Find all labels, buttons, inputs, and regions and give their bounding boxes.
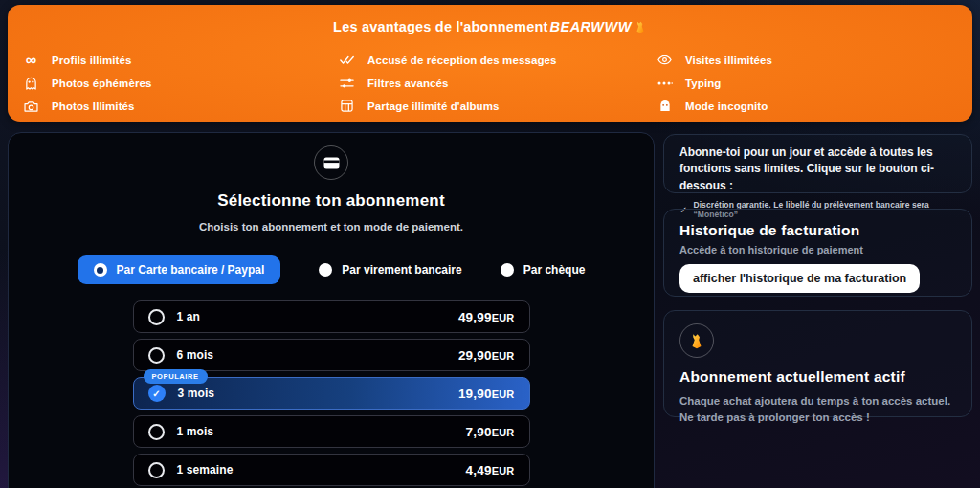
plan-option-6-mois[interactable]: 6 mois 29,90EUR bbox=[133, 339, 530, 371]
benefit-label: Photos éphémères bbox=[52, 78, 152, 89]
typing-dots-icon bbox=[657, 80, 673, 86]
benefit-label: Mode incognito bbox=[685, 100, 768, 112]
benefit-typing: Typing bbox=[657, 76, 957, 90]
benefit-photos-ephemeres: Photos éphémères bbox=[23, 76, 339, 90]
plan-option-3-mois[interactable]: POPULAIRE ✓ 3 mois 19,90EUR bbox=[133, 377, 530, 410]
subscription-panel: Sélectionne ton abonnement Choisis ton a… bbox=[8, 132, 655, 488]
popular-badge: POPULAIRE bbox=[144, 369, 208, 384]
benefit-profils: ∞ Profils illimités bbox=[23, 53, 339, 67]
benefit-label: Photos Illimités bbox=[52, 100, 135, 112]
benefit-label: Profils illimités bbox=[52, 55, 132, 66]
payment-tab-card-paypal[interactable]: Par Carte bancaire / Paypal bbox=[78, 255, 281, 284]
active-subscription-text: Chaque achat ajoutera du temps à ton acc… bbox=[679, 393, 956, 427]
payment-tab-virement[interactable]: Par virement bancaire bbox=[319, 263, 461, 277]
plan-price: 7,90EUR bbox=[466, 425, 515, 439]
benefit-partage-albums: Partage illimité d'albums bbox=[339, 99, 657, 113]
plan-price: 29,90EUR bbox=[458, 348, 515, 363]
plan-option-1-semaine[interactable]: 1 semaine 4,49EUR bbox=[133, 454, 530, 486]
plan-option-1-mois[interactable]: 1 mois 7,90EUR bbox=[133, 415, 530, 448]
album-grid-icon bbox=[339, 100, 355, 112]
plan-label: 6 mois bbox=[177, 348, 214, 362]
benefit-label: Partage illimité d'albums bbox=[368, 100, 500, 112]
plan-label: 1 semaine bbox=[177, 463, 234, 477]
billing-title: Historique de facturation bbox=[679, 222, 956, 239]
billing-subtitle: Accède à ton historique de paiement bbox=[679, 244, 956, 255]
benefit-label: Visites illimitées bbox=[685, 55, 772, 66]
check-icon: ✓ bbox=[148, 385, 166, 402]
ghost-photo-icon bbox=[23, 77, 39, 90]
banner-title-text: Les avantages de l'abonnement bbox=[333, 19, 547, 34]
plan-price: 4,49EUR bbox=[466, 463, 515, 477]
plan-price: 19,90EUR bbox=[458, 387, 515, 401]
plan-price: 49,99EUR bbox=[458, 310, 515, 324]
panel-subtitle: Choisis ton abonnement et ton mode de pa… bbox=[9, 221, 654, 233]
radio-icon bbox=[148, 462, 165, 478]
payment-tab-label: Par Carte bancaire / Paypal bbox=[117, 263, 265, 277]
plan-label: 3 mois bbox=[178, 387, 215, 400]
double-check-icon bbox=[339, 55, 355, 66]
plan-label: 1 mois bbox=[177, 425, 214, 438]
benefits-grid: ∞ Profils illimités Accusé de réception … bbox=[23, 53, 957, 113]
active-subscription-title: Abonnement actuellement actif bbox=[679, 368, 956, 386]
payment-tab-label: Par chèque bbox=[523, 263, 586, 277]
subscription-page: Les avantages de l'abonnement BEARWWW ∞ … bbox=[0, 0, 980, 488]
radio-icon bbox=[148, 424, 165, 440]
payment-tab-label: Par virement bancaire bbox=[342, 263, 461, 277]
benefit-visites: Visites illimitées bbox=[657, 53, 957, 67]
show-billing-history-button[interactable]: afficher l'historique de ma facturation bbox=[679, 264, 920, 293]
eye-icon bbox=[657, 55, 673, 65]
radio-icon bbox=[148, 309, 165, 325]
promo-card: Abonne-toi pour un jour et accède à tout… bbox=[663, 134, 972, 193]
plan-option-1-an[interactable]: 1 an 49,99EUR bbox=[133, 300, 530, 333]
radio-icon bbox=[501, 263, 514, 277]
benefit-label: Accusé de réception des messages bbox=[368, 55, 557, 66]
bear-logo-icon bbox=[634, 20, 647, 33]
benefit-incognito: Mode incognito bbox=[657, 99, 957, 113]
active-subscription-card: Abonnement actuellement actif Chaque ach… bbox=[663, 310, 972, 417]
billing-history-card: Historique de facturation Accède à ton h… bbox=[663, 209, 972, 297]
incognito-icon bbox=[657, 100, 673, 112]
benefit-label: Typing bbox=[685, 78, 721, 89]
brand-logo-text: BEARWWW bbox=[550, 19, 632, 34]
benefit-accuse-reception: Accusé de réception des messages bbox=[339, 53, 657, 67]
benefit-label: Filtres avancés bbox=[368, 78, 449, 89]
camera-icon bbox=[23, 100, 39, 112]
benefits-banner: Les avantages de l'abonnement BEARWWW ∞ … bbox=[8, 5, 972, 122]
credit-card-icon bbox=[314, 145, 348, 180]
panel-title: Sélectionne ton abonnement bbox=[9, 191, 654, 211]
infinity-icon: ∞ bbox=[23, 55, 39, 65]
banner-title: Les avantages de l'abonnement BEARWWW bbox=[8, 5, 972, 34]
payment-tab-cheque[interactable]: Par chèque bbox=[501, 263, 586, 277]
benefit-photos-illimites: Photos Illimités bbox=[23, 99, 339, 113]
payment-method-tabs: Par Carte bancaire / Paypal Par virement… bbox=[9, 255, 654, 284]
radio-selected-icon bbox=[94, 263, 107, 277]
promo-text: Abonne-toi pour un jour et accède à tout… bbox=[679, 144, 956, 194]
plan-label: 1 an bbox=[177, 310, 200, 323]
radio-icon bbox=[148, 347, 165, 364]
filters-icon bbox=[339, 78, 355, 89]
benefit-filtres: Filtres avancés bbox=[339, 76, 657, 90]
radio-icon bbox=[319, 263, 332, 277]
plan-list: 1 an 49,99EUR 6 mois 29,90EUR POPULAIRE … bbox=[133, 300, 530, 486]
bear-badge-icon bbox=[679, 323, 714, 358]
